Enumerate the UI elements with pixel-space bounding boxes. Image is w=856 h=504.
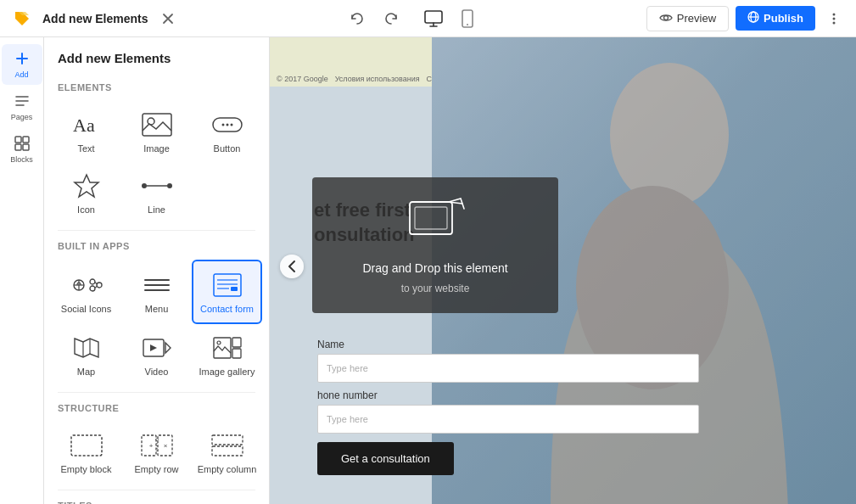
button-label: Button <box>214 143 241 154</box>
form-phone-input[interactable]: Type here <box>317 405 699 434</box>
element-contact-form[interactable]: Contact form <box>192 260 262 324</box>
svg-marker-20 <box>75 175 98 197</box>
svg-rect-37 <box>231 287 238 291</box>
svg-point-21 <box>142 183 147 188</box>
device-switcher <box>418 5 483 32</box>
canvas-area: © 2017 Google Условия использования Сооб… <box>270 37 856 504</box>
empty-column-icon <box>209 430 246 461</box>
svg-point-26 <box>90 286 95 291</box>
element-icon[interactable]: Icon <box>51 162 121 223</box>
image-label: Image <box>143 143 170 154</box>
form-name-input[interactable]: Type here <box>317 354 699 383</box>
drag-overlay-text: Drag and Drop this element <box>362 260 507 277</box>
video-icon <box>138 333 176 363</box>
logo-icon <box>10 7 34 31</box>
svg-point-25 <box>90 279 95 284</box>
sidebar-item-blocks[interactable]: Blocks <box>2 129 42 170</box>
svg-text:×: × <box>163 442 167 450</box>
close-button[interactable] <box>156 7 180 31</box>
element-empty-block[interactable]: Empty block <box>51 422 121 483</box>
image-gallery-icon <box>209 333 246 363</box>
element-empty-column[interactable]: Empty column <box>192 422 262 483</box>
svg-rect-11 <box>15 144 21 150</box>
element-image-gallery[interactable]: Image gallery <box>192 324 262 385</box>
empty-row-label: Empty row <box>135 464 179 474</box>
map-label: Map <box>77 367 95 377</box>
menu-label: Menu <box>145 304 169 314</box>
svg-rect-48 <box>71 435 102 456</box>
svg-rect-55 <box>212 435 243 445</box>
cta-button[interactable]: Get a consultation <box>317 442 454 475</box>
elements-grid: Aa Text Image <box>44 98 269 227</box>
svg-marker-43 <box>150 344 157 351</box>
add-elements-panel: Add new Elements Elements Aa Text <box>44 37 270 504</box>
element-map[interactable]: Map <box>51 324 121 385</box>
svg-rect-56 <box>212 446 243 456</box>
svg-rect-9 <box>15 137 21 143</box>
svg-point-47 <box>217 341 221 344</box>
canvas-back-arrow-button[interactable] <box>280 255 304 278</box>
contact-form-icon <box>209 270 246 300</box>
menu-icon <box>138 270 176 300</box>
mobile-view-button[interactable] <box>452 5 483 32</box>
svg-point-6 <box>832 13 835 15</box>
redo-button[interactable] <box>378 5 405 32</box>
sidebar-item-pages[interactable]: Pages <box>2 87 42 127</box>
svg-rect-45 <box>232 338 241 347</box>
svg-text:+: + <box>148 442 153 450</box>
svg-point-19 <box>230 124 232 126</box>
text-icon: Aa <box>68 109 105 140</box>
divider-2 <box>58 392 255 393</box>
maps-copyright: © 2017 Google <box>277 75 328 83</box>
more-options-button[interactable] <box>822 7 846 31</box>
preview-label: Preview <box>677 12 716 25</box>
globe-icon <box>747 11 759 25</box>
element-video[interactable]: Video <box>121 324 192 385</box>
form-phone-label: hone number <box>317 389 699 401</box>
structure-section-label: Structure <box>44 396 269 418</box>
svg-rect-60 <box>415 207 447 229</box>
element-line[interactable]: Line <box>121 162 192 223</box>
image-gallery-label: Image gallery <box>199 367 255 377</box>
map-icon <box>68 333 105 363</box>
element-text[interactable]: Aa Text <box>51 101 121 162</box>
drag-overlay-icon <box>401 195 469 249</box>
structure-grid: Empty block + × Empty row <box>44 418 269 486</box>
publish-button[interactable]: Publish <box>736 6 815 31</box>
contact-form-label: Contact form <box>200 304 254 314</box>
social-icons-icon <box>68 270 105 300</box>
svg-rect-0 <box>425 11 442 23</box>
preview-button[interactable]: Preview <box>646 6 729 31</box>
main-layout: Add Pages Blocks Add new Elements Elemen… <box>0 37 856 504</box>
image-icon <box>138 109 176 140</box>
svg-point-18 <box>226 124 228 126</box>
element-social-icons[interactable]: Social Icons <box>51 260 121 324</box>
page-title: Add new Elements <box>42 12 148 25</box>
drag-overlay-subtext: to your website <box>401 281 470 296</box>
svg-rect-12 <box>23 144 29 150</box>
undo-button[interactable] <box>344 5 371 32</box>
svg-point-23 <box>167 183 172 188</box>
svg-point-8 <box>832 21 835 24</box>
undo-redo-group <box>344 5 405 32</box>
element-button[interactable]: Button <box>192 101 262 162</box>
drag-drop-overlay: Drag and Drop this element to your websi… <box>312 177 558 313</box>
rail-pages-label: Pages <box>11 113 33 121</box>
element-empty-row[interactable]: + × Empty row <box>121 422 192 483</box>
video-label: Video <box>145 367 169 377</box>
svg-rect-10 <box>23 137 29 143</box>
form-name-label: Name <box>317 339 699 350</box>
elements-section-label: Elements <box>44 76 269 98</box>
element-image[interactable]: Image <box>121 101 192 162</box>
social-icons-label: Social Icons <box>61 304 111 314</box>
line-icon <box>138 171 176 201</box>
built-in-apps-grid: Social Icons Menu <box>44 256 269 389</box>
sidebar-item-add[interactable]: Add <box>2 44 42 85</box>
svg-point-57 <box>610 63 729 207</box>
svg-point-17 <box>221 124 224 126</box>
svg-rect-46 <box>232 349 241 358</box>
icon-rail: Add Pages Blocks <box>0 37 44 504</box>
element-menu[interactable]: Menu <box>121 260 192 324</box>
svg-marker-42 <box>165 343 171 353</box>
desktop-view-button[interactable] <box>418 5 449 32</box>
